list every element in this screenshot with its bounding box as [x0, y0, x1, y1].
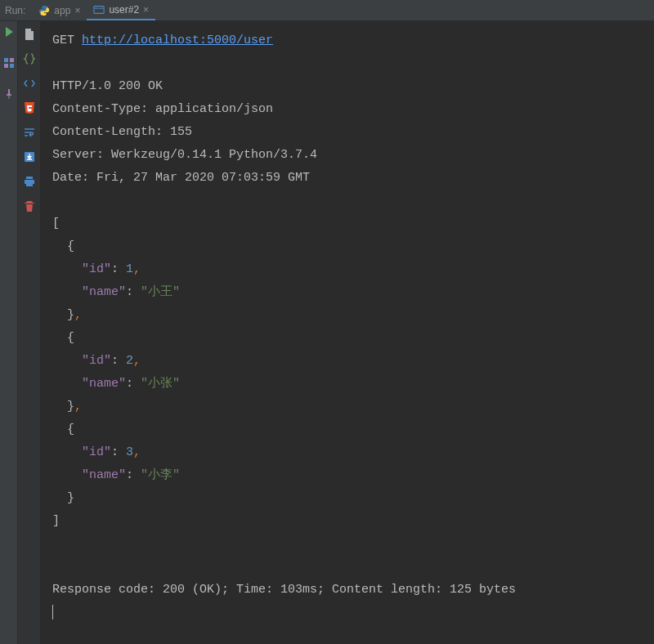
console-output[interactable]: GET http://localhost:5000/user HTTP/1.0 … — [41, 21, 654, 644]
response-header-line: Date: Fri, 27 Mar 2020 07:03:59 GMT — [52, 167, 641, 190]
tab-user-2[interactable]: user#2 × — [87, 0, 155, 20]
tab-label: app — [54, 5, 70, 16]
text-cursor — [52, 605, 53, 619]
trash-icon[interactable] — [23, 199, 36, 212]
svg-rect-3 — [4, 64, 8, 68]
svg-rect-4 — [10, 64, 14, 68]
play-icon[interactable] — [3, 26, 15, 38]
svg-rect-0 — [94, 6, 104, 13]
file-icon[interactable] — [23, 28, 36, 41]
braces-icon[interactable] — [23, 52, 36, 65]
download-icon[interactable] — [23, 150, 36, 163]
struct-icon[interactable] — [3, 57, 15, 69]
svg-rect-2 — [10, 58, 14, 62]
close-icon[interactable]: × — [74, 5, 80, 16]
request-method: GET — [52, 34, 74, 47]
request-line: GET http://localhost:5000/user — [52, 29, 641, 52]
code-icon[interactable] — [23, 77, 36, 90]
svg-rect-1 — [4, 58, 8, 62]
html5-icon[interactable] — [23, 101, 36, 114]
response-header-line: Content-Type: application/json — [52, 98, 641, 121]
response-header-line: HTTP/1.0 200 OK — [52, 75, 641, 98]
run-label: Run: — [0, 5, 32, 16]
tool-column — [18, 21, 41, 644]
request-url[interactable]: http://localhost:5000/user — [82, 34, 273, 47]
python-icon — [38, 5, 50, 16]
tab-app[interactable]: app × — [32, 0, 87, 20]
response-header-line: Content-Length: 155 — [52, 121, 641, 144]
response-header-line: Server: Werkzeug/0.14.1 Python/3.7.4 — [52, 144, 641, 167]
wrap-icon[interactable] — [23, 126, 36, 139]
json-body: [ { "id": 1, "name": "小王" }, { "id": 2, … — [52, 212, 641, 533]
http-icon — [93, 4, 105, 16]
close-icon[interactable]: × — [143, 4, 149, 16]
content-area: GET http://localhost:5000/user HTTP/1.0 … — [0, 21, 654, 644]
left-gutter — [0, 21, 18, 644]
response-summary: Response code: 200 (OK); Time: 103ms; Co… — [52, 579, 641, 602]
tab-bar: Run: app × user#2 × — [0, 0, 654, 21]
pin-icon[interactable] — [3, 88, 15, 100]
print-icon[interactable] — [23, 175, 36, 188]
tab-label: user#2 — [109, 4, 139, 16]
